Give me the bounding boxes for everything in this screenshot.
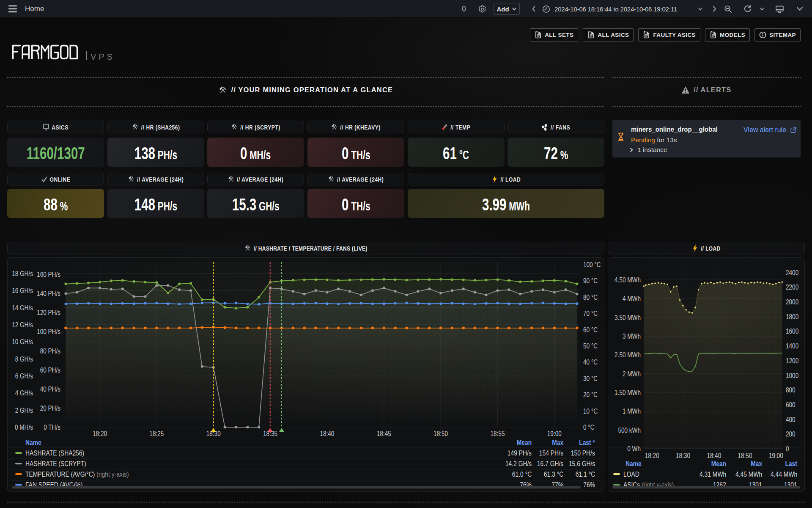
- svg-text:600: 600: [786, 401, 796, 409]
- svg-text:18:30: 18:30: [676, 452, 690, 460]
- svg-text:0 °C: 0 °C: [583, 423, 595, 431]
- svg-text:800: 800: [786, 386, 796, 394]
- svg-text:2400: 2400: [786, 268, 798, 276]
- svg-text:1.50 MWh: 1.50 MWh: [614, 389, 641, 397]
- svg-text:6 GH/s: 6 GH/s: [15, 372, 33, 380]
- svg-text:8 GH/s: 8 GH/s: [15, 355, 33, 363]
- svg-text:18:20: 18:20: [93, 430, 107, 438]
- svg-text:12 GH/s: 12 GH/s: [12, 321, 33, 329]
- svg-text:70 °C: 70 °C: [583, 309, 598, 318]
- svg-text:18:30: 18:30: [206, 430, 221, 438]
- svg-text:0 TH/s: 0 TH/s: [44, 423, 60, 431]
- svg-text:2000: 2000: [786, 298, 798, 306]
- svg-text:20 PH/s: 20 PH/s: [40, 404, 61, 412]
- svg-text:18:50: 18:50: [433, 430, 448, 438]
- svg-text:3 MWh: 3 MWh: [623, 332, 641, 340]
- svg-text:60 PH/s: 60 PH/s: [40, 366, 61, 374]
- svg-text:1 MWh: 1 MWh: [623, 407, 641, 415]
- svg-text:0 MH/s: 0 MH/s: [15, 423, 33, 431]
- svg-text:18:25: 18:25: [149, 430, 164, 438]
- svg-text:18:35: 18:35: [263, 430, 277, 438]
- svg-text:30 °C: 30 °C: [583, 374, 598, 382]
- svg-text:18:20: 18:20: [645, 452, 659, 460]
- svg-text:2 MWh: 2 MWh: [623, 370, 641, 378]
- svg-text:160 PH/s: 160 PH/s: [37, 271, 60, 279]
- svg-text:40 °C: 40 °C: [583, 358, 598, 366]
- svg-text:1800: 1800: [786, 312, 798, 320]
- svg-text:90 °C: 90 °C: [583, 277, 598, 285]
- svg-text:20 °C: 20 °C: [583, 391, 598, 399]
- svg-text:19:00: 19:00: [769, 452, 783, 460]
- svg-text:3.50 MWh: 3.50 MWh: [614, 313, 641, 321]
- svg-text:1000: 1000: [786, 371, 798, 379]
- svg-text:19:00: 19:00: [547, 430, 562, 438]
- svg-text:18:55: 18:55: [490, 430, 505, 438]
- svg-text:16 GH/s: 16 GH/s: [12, 287, 33, 295]
- svg-text:200: 200: [786, 430, 796, 438]
- svg-text:1200: 1200: [786, 356, 798, 364]
- svg-text:100 PH/s: 100 PH/s: [37, 328, 60, 336]
- svg-text:60 °C: 60 °C: [583, 326, 598, 334]
- svg-text:18:40: 18:40: [320, 430, 334, 438]
- svg-text:140 PH/s: 140 PH/s: [37, 290, 60, 298]
- svg-text:0 Wh: 0 Wh: [627, 445, 641, 453]
- svg-text:0: 0: [786, 445, 789, 453]
- svg-text:400: 400: [786, 415, 796, 423]
- svg-text:80 PH/s: 80 PH/s: [40, 347, 61, 355]
- svg-text:100 °C: 100 °C: [583, 261, 601, 269]
- svg-text:18 GH/s: 18 GH/s: [12, 270, 33, 278]
- svg-text:2.50 MWh: 2.50 MWh: [614, 351, 641, 359]
- svg-text:4 MWh: 4 MWh: [623, 295, 641, 303]
- svg-text:10 °C: 10 °C: [583, 407, 598, 415]
- svg-text:2 GH/s: 2 GH/s: [15, 406, 33, 414]
- svg-text:18:45: 18:45: [377, 430, 391, 438]
- svg-text:14 GH/s: 14 GH/s: [12, 304, 33, 312]
- svg-text:50 °C: 50 °C: [583, 342, 598, 350]
- svg-text:10 GH/s: 10 GH/s: [12, 338, 33, 346]
- svg-text:18:50: 18:50: [738, 452, 752, 460]
- svg-text:18:40: 18:40: [707, 452, 721, 460]
- svg-text:4 GH/s: 4 GH/s: [15, 389, 33, 397]
- svg-text:2200: 2200: [786, 283, 798, 291]
- svg-text:80 °C: 80 °C: [583, 293, 598, 301]
- svg-text:120 PH/s: 120 PH/s: [37, 309, 60, 317]
- svg-text:40 PH/s: 40 PH/s: [40, 385, 61, 393]
- svg-text:1600: 1600: [786, 327, 798, 335]
- svg-text:4.50 MWh: 4.50 MWh: [614, 276, 641, 284]
- svg-text:1400: 1400: [786, 342, 798, 350]
- svg-text:500 kWh: 500 kWh: [618, 426, 641, 434]
